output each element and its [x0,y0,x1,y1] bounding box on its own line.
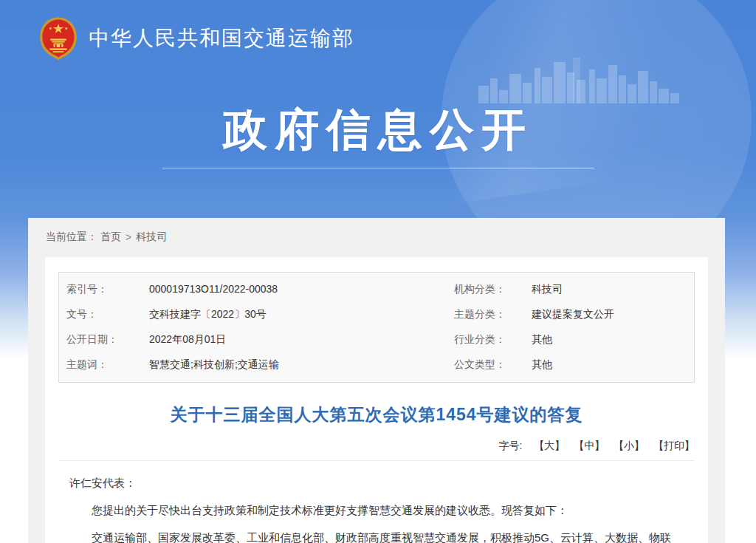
content-container: 当前位置： 首页 > 科技司 索引号： 000019713O11/2022-00… [28,218,725,543]
table-row: 索引号： 000019713O11/2022-00038 机构分类： 科技司 [59,277,694,302]
banner: 政府信息公开 [0,100,756,168]
meta-value-industry: 其他 [532,333,694,346]
national-emblem-icon [38,16,78,61]
table-row: 主题词： 智慧交通;科技创新;交通运输 公文类型： 其他 [59,352,694,378]
meta-label-industry: 行业分类： [454,333,532,346]
meta-label-doctype: 公文类型： [454,358,532,372]
print-button[interactable]: 【打印】 [653,440,695,451]
breadcrumb: 当前位置： 首页 > 科技司 [28,218,725,257]
article-paragraph: 交通运输部、国家发展改革委、工业和信息化部、财政部高度重视智慧交通发展，积极推动… [69,526,684,543]
breadcrumb-label: 当前位置： [46,230,97,244]
font-size-toolbar: 字号: 【大】 【中】 【小】 【打印】 [58,440,695,453]
meta-value-date: 2022年08月01日 [149,333,454,346]
article-body: 许仁安代表： 您提出的关于尽快出台支持政策和制定技术标准更好支撑智慧交通发展的建… [58,461,695,543]
meta-label-topic: 主题分类： [454,308,532,321]
meta-value-doctype: 其他 [532,358,694,372]
site-name[interactable]: 中华人民共和国交通运输部 [89,24,354,52]
meta-label-docno: 文号： [66,308,149,321]
title-underline [162,168,594,168]
meta-value-index: 000019713O11/2022-00038 [149,283,454,296]
site-brand[interactable]: 中华人民共和国交通运输部 [38,16,354,61]
table-row: 公开日期： 2022年08月01日 行业分类： 其他 [59,327,694,352]
article-salutation: 许仁安代表： [69,471,684,495]
meta-value-docno: 交科技建字〔2022〕30号 [149,308,454,321]
font-size-label: 字号: [499,440,523,451]
meta-label-date: 公开日期： [66,333,149,346]
meta-value-keywords: 智慧交通;科技创新;交通运输 [149,358,454,372]
table-row: 文号： 交科技建字〔2022〕30号 主题分类： 建议提案复文公开 [59,302,694,327]
breadcrumb-separator: > [126,231,131,243]
site-header: 中华人民共和国交通运输部 政府信息公开 [0,0,756,218]
meta-label-keywords: 主题词： [66,358,149,372]
meta-label-org: 机构分类： [454,283,532,296]
meta-value-topic: 建议提案复文公开 [532,308,694,321]
page-title: 政府信息公开 [0,100,756,160]
article-title: 关于十三届全国人大第五次会议第1454号建议的答复 [58,403,695,426]
meta-value-org: 科技司 [532,283,694,296]
article-paragraph: 您提出的关于尽快出台支持政策和制定技术标准更好支撑智慧交通发展的建议收悉。现答复… [69,499,684,522]
meta-label-index: 索引号： [66,283,149,296]
page: 中华人民共和国交通运输部 政府信息公开 当前位置： 首页 > 科技司 索引号： … [0,0,756,543]
document-panel: 索引号： 000019713O11/2022-00038 机构分类： 科技司 文… [45,257,708,543]
font-small-button[interactable]: 【小】 [614,440,645,451]
font-medium-button[interactable]: 【中】 [574,440,605,451]
breadcrumb-link-dept[interactable]: 科技司 [136,230,167,244]
font-large-button[interactable]: 【大】 [534,440,565,451]
breadcrumb-link-home[interactable]: 首页 [100,230,121,244]
meta-table: 索引号： 000019713O11/2022-00038 机构分类： 科技司 文… [58,272,695,383]
